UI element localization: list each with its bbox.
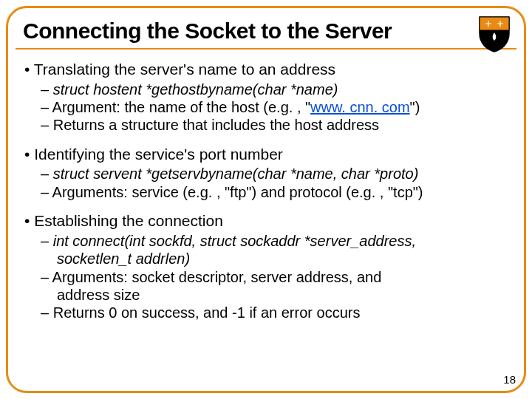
sub-2-1: – struct servent *getservbyname(char *na… — [41, 165, 508, 183]
sub-2-2: – Arguments: service (e.g. , "ftp") and … — [41, 183, 508, 201]
sub-3-1: – int connect(int sockfd, struct sockadd… — [41, 232, 508, 250]
sub-3-3: – Returns 0 on success, and -1 if an err… — [41, 304, 508, 321]
sub-1-3: – Returns a structure that includes the … — [41, 116, 508, 134]
slide-title: Connecting the Socket to the Server — [23, 18, 509, 44]
title-row: Connecting the Socket to the Server — [8, 8, 524, 48]
sub-3-2b: address size — [57, 286, 508, 304]
page-number: 18 — [503, 373, 516, 386]
slide-frame: Connecting the Socket to the Server • Tr… — [6, 6, 526, 393]
bullet-2: • Identifying the service's port number — [24, 145, 508, 164]
sub-3-2: – Arguments: socket descriptor, server a… — [41, 268, 508, 286]
bullet-1: • Translating the server's name to an ad… — [24, 60, 508, 79]
princeton-shield-icon — [478, 16, 511, 52]
bullet-3: • Establishing the connection — [24, 211, 508, 231]
sub-3-1b: socketlen_t addrlen) — [57, 250, 508, 267]
sub-1-2: – Argument: the name of the host (e.g. ,… — [41, 98, 508, 116]
sub-1-1: – struct hostent *gethostbyname(char *na… — [41, 81, 508, 98]
slide-content: • Translating the server's name to an ad… — [8, 50, 524, 322]
link-cnn[interactable]: www. cnn. com — [310, 99, 409, 115]
